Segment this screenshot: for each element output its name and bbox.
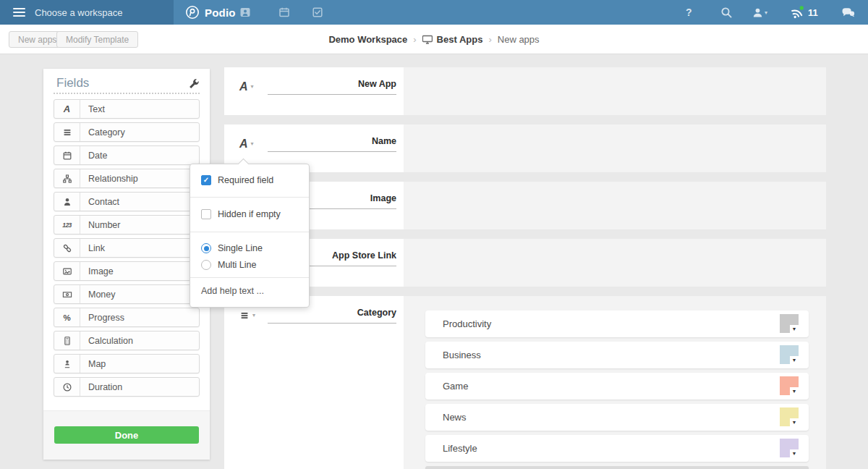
contact-icon (54, 193, 80, 211)
breadcrumb-app[interactable]: Best Apps (422, 34, 483, 45)
field-type-text[interactable]: A Text (54, 99, 200, 119)
chevron-down-icon: ▾ (252, 312, 255, 318)
breadcrumb-separator: › (413, 34, 416, 45)
field-type-number[interactable]: 123 Number (54, 215, 200, 234)
field-type-map[interactable]: Map (54, 354, 200, 373)
field-type-progress[interactable]: % Progress (54, 308, 200, 327)
category-field-type-button[interactable]: ▾ (239, 309, 255, 321)
category-option-lifestyle[interactable]: Lifestyle ▼ (425, 435, 809, 462)
text-field-type-button[interactable]: A▾ (239, 80, 254, 93)
fields-panel-footer: Done (43, 410, 210, 460)
text-icon: A (239, 138, 248, 151)
category-option-business[interactable]: Business ▼ (425, 342, 809, 368)
color-swatch[interactable]: ▼ (780, 314, 799, 333)
form-field-row-category: ▾ Category Productivity ▼ Business ▼ Gam… (224, 296, 826, 469)
workspace-selector-label: Choose a workspace (35, 7, 122, 18)
breadcrumb-separator: › (488, 34, 491, 45)
breadcrumb-page: New apps (498, 34, 540, 45)
required-field-option[interactable]: Required field (201, 175, 273, 185)
form-field-row-image: Image (224, 182, 826, 229)
popup-divider (190, 197, 309, 198)
account-menu-icon[interactable]: ▾ (752, 0, 767, 25)
multi-line-option[interactable]: Multi Line (201, 260, 257, 270)
calendar-icon (54, 146, 80, 164)
chevron-down-icon: ▼ (792, 326, 797, 331)
contacts-icon[interactable] (239, 7, 251, 18)
category-options-area: Productivity ▼ Business ▼ Game ▼ News ▼ … (404, 296, 826, 469)
fields-panel-title: Fields (56, 76, 89, 90)
category-option-game[interactable]: Game ▼ (425, 373, 809, 400)
podio-logo-text: Podio (205, 7, 236, 19)
field-type-category[interactable]: Category (54, 122, 200, 142)
form-field-row-name: A▾ Name (224, 124, 826, 172)
field-type-date[interactable]: Date (54, 145, 200, 165)
field-type-link[interactable]: Link (54, 238, 200, 258)
chevron-down-icon: ▼ (792, 451, 797, 456)
money-icon (54, 285, 80, 303)
field-type-money[interactable]: Money (54, 284, 200, 304)
popup-divider (190, 277, 309, 278)
category-option-news[interactable]: News ▼ (425, 404, 809, 431)
hamburger-menu-icon[interactable] (13, 6, 25, 19)
hidden-if-empty-option[interactable]: Hidden if empty (201, 209, 281, 219)
search-icon[interactable] (720, 0, 733, 25)
field-settings-popup: Required field Hidden if empty Single Li… (190, 164, 310, 308)
category-option-productivity[interactable]: Productivity ▼ (425, 310, 809, 337)
number-icon: 123 (54, 216, 80, 234)
required-field-checkbox[interactable] (201, 175, 211, 185)
field-type-list: A Text Category Date Relationship (54, 99, 200, 400)
field-type-contact[interactable]: Contact (54, 192, 200, 211)
breadcrumb-app-label: Best Apps (437, 34, 483, 45)
color-swatch[interactable]: ▼ (780, 376, 799, 395)
single-line-radio[interactable] (201, 243, 211, 253)
text-field-type-button[interactable]: A▾ (239, 138, 254, 151)
chevron-down-icon: ▼ (792, 389, 797, 394)
wrench-icon[interactable] (188, 78, 200, 90)
field-type-relationship[interactable]: Relationship (54, 169, 200, 188)
modify-template-button[interactable]: Modify Template (56, 31, 138, 48)
field-settings-area (404, 124, 826, 172)
multi-line-radio[interactable] (201, 260, 211, 270)
app-window: Choose a workspace Podio (0, 0, 868, 469)
single-line-option[interactable]: Single Line (201, 243, 263, 253)
calendar-nav-icon[interactable] (278, 7, 290, 18)
popup-divider (190, 232, 309, 232)
image-icon (54, 262, 80, 280)
add-help-text-link[interactable]: Add help text ... (201, 286, 264, 296)
workspace-selector[interactable]: Choose a workspace (0, 0, 174, 25)
field-type-duration[interactable]: Duration (54, 377, 200, 397)
help-icon[interactable]: ? (686, 0, 692, 25)
podio-logo[interactable]: Podio (185, 0, 236, 25)
field-title-input[interactable]: Category (268, 308, 396, 324)
chevron-down-icon: ▼ (792, 420, 797, 425)
field-title-input[interactable]: Name (268, 136, 396, 152)
map-icon (54, 355, 80, 373)
top-navigation-bar: Choose a workspace Podio (0, 0, 868, 25)
category-option-partial (425, 466, 809, 469)
category-icon (239, 310, 250, 321)
secondary-toolbar: New apps Modify Template Demo Workspace … (0, 25, 868, 54)
chevron-down-icon: ▾ (251, 140, 254, 147)
form-field-row-app-store-link: App Store Link (224, 239, 826, 287)
field-type-calculation[interactable]: Calculation (54, 331, 200, 350)
notification-count: 11 (808, 7, 818, 18)
color-swatch[interactable]: ▼ (780, 407, 799, 426)
color-swatch[interactable]: ▼ (780, 345, 799, 364)
podio-logo-icon (185, 5, 200, 20)
color-swatch[interactable]: ▼ (780, 439, 799, 457)
category-options-list: Productivity ▼ Business ▼ Game ▼ News ▼ … (425, 310, 809, 469)
field-title-input[interactable]: New App (268, 79, 396, 95)
notification-dot (800, 6, 804, 9)
notifications-button[interactable]: 11 (790, 0, 818, 25)
field-type-image[interactable]: Image (54, 261, 200, 281)
hidden-if-empty-checkbox[interactable] (201, 209, 211, 219)
chevron-down-icon: ▼ (792, 358, 797, 363)
form-field-row-new-app: A▾ New App (224, 67, 826, 115)
breadcrumb-workspace[interactable]: Demo Workspace (328, 34, 407, 45)
fields-panel: Fields A Text Category Date (43, 69, 210, 460)
calculator-icon (54, 331, 80, 350)
chat-icon[interactable] (841, 0, 855, 25)
link-icon (54, 239, 80, 257)
done-button[interactable]: Done (54, 426, 199, 444)
tasks-icon[interactable] (312, 7, 323, 18)
